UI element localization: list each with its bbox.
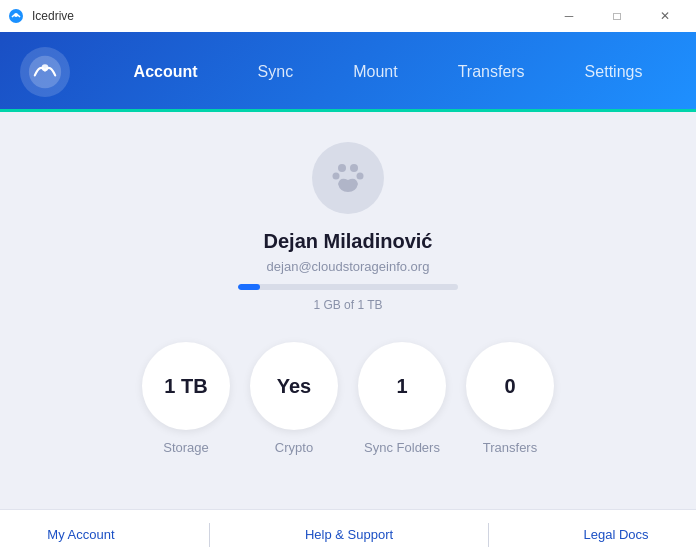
stat-item-crypto: Yes Crypto: [250, 342, 338, 455]
stat-value-sync-folders: 1: [396, 375, 407, 398]
stat-item-transfers: 0 Transfers: [466, 342, 554, 455]
stat-item-sync-folders: 1 Sync Folders: [358, 342, 446, 455]
storage-bar: [238, 284, 458, 290]
storage-text: 1 GB of 1 TB: [313, 298, 382, 312]
icedrive-logo-icon: [28, 55, 62, 89]
svg-point-5: [350, 164, 358, 172]
footer-help-support[interactable]: Help & Support: [305, 527, 393, 542]
stat-label-sync-folders: Sync Folders: [364, 440, 440, 455]
title-bar-left: Icedrive: [8, 8, 74, 24]
nav-items: Account Sync Mount Transfers Settings: [100, 59, 676, 85]
stat-item-storage: 1 TB Storage: [142, 342, 230, 455]
svg-point-6: [333, 173, 340, 180]
storage-bar-fill: [238, 284, 260, 290]
user-email: dejan@cloudstorageinfo.org: [267, 259, 430, 274]
stat-value-transfers: 0: [504, 375, 515, 398]
nav-item-transfers[interactable]: Transfers: [458, 59, 525, 85]
minimize-button[interactable]: ─: [546, 0, 592, 32]
stat-circle-sync-folders: 1: [358, 342, 446, 430]
stat-circle-storage: 1 TB: [142, 342, 230, 430]
paw-icon: [328, 158, 368, 198]
main-content: Dejan Miladinović dejan@cloudstorageinfo…: [0, 112, 696, 509]
app-title: Icedrive: [32, 9, 74, 23]
nav-item-account[interactable]: Account: [134, 59, 198, 85]
maximize-button[interactable]: □: [594, 0, 640, 32]
nav-item-mount[interactable]: Mount: [353, 59, 397, 85]
app-logo-icon: [8, 8, 24, 24]
footer: My Account Help & Support Legal Docs: [0, 509, 696, 559]
svg-point-7: [357, 173, 364, 180]
avatar: [312, 142, 384, 214]
stat-label-transfers: Transfers: [483, 440, 537, 455]
title-bar: Icedrive ─ □ ✕: [0, 0, 696, 32]
window-controls: ─ □ ✕: [546, 0, 688, 32]
stat-label-storage: Storage: [163, 440, 209, 455]
stat-label-crypto: Crypto: [275, 440, 313, 455]
stat-circle-transfers: 0: [466, 342, 554, 430]
navbar: Account Sync Mount Transfers Settings: [0, 32, 696, 112]
stats-row: 1 TB Storage Yes Crypto 1 Sync Folders 0…: [142, 342, 554, 455]
footer-legal-docs[interactable]: Legal Docs: [584, 527, 649, 542]
footer-divider-2: [488, 523, 489, 547]
user-name: Dejan Miladinović: [264, 230, 433, 253]
close-button[interactable]: ✕: [642, 0, 688, 32]
footer-my-account[interactable]: My Account: [47, 527, 114, 542]
nav-item-sync[interactable]: Sync: [258, 59, 294, 85]
nav-logo: [20, 47, 70, 97]
svg-point-4: [338, 164, 346, 172]
stat-value-crypto: Yes: [277, 375, 311, 398]
footer-divider-1: [209, 523, 210, 547]
stat-circle-crypto: Yes: [250, 342, 338, 430]
stat-value-storage: 1 TB: [164, 375, 207, 398]
svg-point-3: [42, 64, 49, 71]
svg-point-1: [14, 13, 18, 17]
nav-item-settings[interactable]: Settings: [585, 59, 643, 85]
